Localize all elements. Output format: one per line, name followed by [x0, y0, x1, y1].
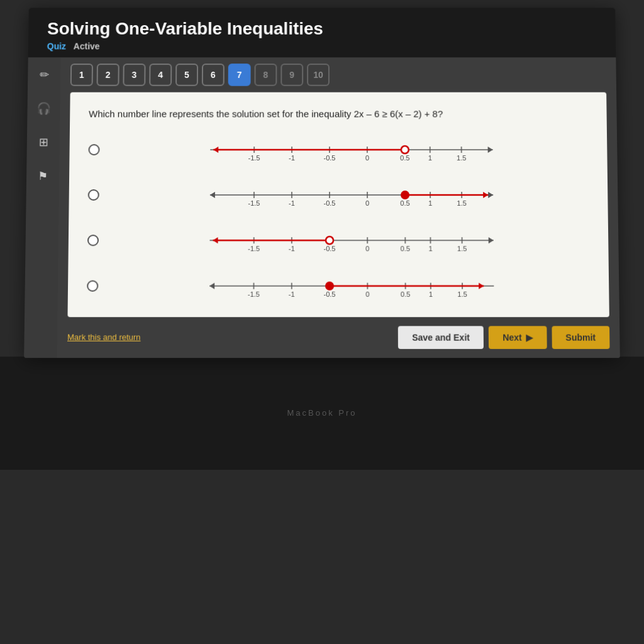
option-1-line: -1.5 -1 -0.5 0 0.5 1 [108, 134, 588, 165]
svg-text:0: 0 [365, 290, 369, 297]
header: Solving One-Variable Inequalities Quiz A… [28, 8, 616, 57]
status-label: Active [74, 42, 100, 52]
svg-text:1: 1 [428, 199, 432, 206]
svg-text:-0.5: -0.5 [324, 199, 336, 206]
tab-9[interactable]: 9 [280, 64, 303, 86]
next-button[interactable]: Next ▶ [489, 326, 547, 348]
svg-point-76 [326, 282, 333, 289]
svg-text:1.5: 1.5 [457, 154, 466, 162]
option-2-radio[interactable] [88, 189, 99, 200]
svg-text:1: 1 [429, 290, 433, 297]
tab-1[interactable]: 1 [70, 64, 93, 86]
svg-marker-56 [213, 237, 218, 243]
content-panel: 1 2 3 4 5 6 7 8 9 10 Which number line r… [57, 57, 620, 357]
svg-point-57 [326, 236, 333, 244]
options-container: -1.5 -1 -0.5 0 0.5 1 [87, 134, 590, 302]
option-4-row: -1.5 -1 -0.5 0 0.5 1 [87, 270, 590, 301]
option-3-row: -1.5 -1 -0.5 0 0.5 1 [87, 225, 590, 256]
svg-marker-17 [213, 147, 218, 153]
mark-return-button[interactable]: Mark this and return [67, 333, 141, 342]
option-1-row: -1.5 -1 -0.5 0 0.5 1 [88, 134, 588, 165]
option-1-radio[interactable] [88, 144, 99, 155]
option-2-row: -1.5 -1 -0.5 0 0.5 1 [87, 179, 589, 211]
svg-text:1.5: 1.5 [457, 199, 467, 206]
svg-text:0: 0 [365, 245, 369, 252]
svg-text:0.5: 0.5 [401, 290, 410, 297]
page-title: Solving One-Variable Inequalities [47, 19, 597, 39]
submit-button[interactable]: Submit [552, 326, 610, 348]
main-wrapper: ✏ 🎧 ⊞ ⚑ 1 2 3 4 5 6 7 8 9 10 Which numb [24, 57, 620, 357]
tab-10[interactable]: 10 [307, 64, 330, 86]
tab-5[interactable]: 5 [175, 64, 198, 86]
svg-text:1.5: 1.5 [457, 290, 467, 297]
option-3-radio[interactable] [87, 235, 99, 246]
flag-icon[interactable]: ⚑ [31, 165, 54, 187]
tab-2[interactable]: 2 [97, 64, 119, 86]
svg-text:-1.5: -1.5 [248, 199, 260, 206]
svg-marker-75 [479, 282, 484, 289]
keyboard-label: MacBook Pro [287, 408, 357, 418]
option-4-radio[interactable] [87, 280, 98, 291]
calculator-icon[interactable]: ⊞ [32, 131, 55, 153]
svg-text:-1: -1 [289, 154, 295, 162]
svg-text:0.5: 0.5 [401, 245, 410, 252]
svg-text:-1: -1 [289, 290, 295, 297]
svg-text:-1.5: -1.5 [248, 245, 260, 252]
svg-text:-0.5: -0.5 [324, 290, 336, 297]
option-4-line: -1.5 -1 -0.5 0 0.5 1 [107, 270, 590, 301]
bottom-buttons: Save and Exit Next ▶ Submit [398, 326, 610, 348]
tab-7[interactable]: 7 [228, 64, 251, 86]
svg-text:-1: -1 [289, 245, 295, 252]
sidebar: ✏ 🎧 ⊞ ⚑ [24, 57, 60, 357]
svg-text:-0.5: -0.5 [324, 154, 336, 162]
keyboard-area: MacBook Pro [0, 357, 644, 470]
svg-text:0: 0 [365, 199, 369, 206]
svg-text:1: 1 [428, 154, 432, 162]
option-2-line: -1.5 -1 -0.5 0 0.5 1 [108, 179, 589, 211]
tabs-bar: 1 2 3 4 5 6 7 8 9 10 [60, 57, 616, 92]
bottom-bar: Mark this and return Save and Exit Next … [57, 317, 620, 358]
question-text: Which number line represents the solutio… [89, 107, 588, 121]
svg-text:0.5: 0.5 [400, 154, 409, 162]
svg-marker-40 [489, 237, 494, 243]
svg-marker-21 [488, 191, 493, 197]
option-3-line: -1.5 -1 -0.5 0 0.5 1 [108, 225, 590, 256]
svg-text:0: 0 [365, 154, 369, 162]
svg-text:1: 1 [428, 245, 432, 252]
svg-text:0.5: 0.5 [400, 199, 409, 206]
svg-marker-37 [483, 191, 488, 197]
svg-marker-20 [210, 191, 215, 197]
svg-marker-59 [209, 282, 214, 289]
headphones-icon[interactable]: 🎧 [32, 97, 55, 120]
svg-marker-1 [488, 147, 493, 153]
pencil-icon[interactable]: ✏ [33, 64, 55, 86]
tab-6[interactable]: 6 [202, 64, 225, 86]
svg-text:-1.5: -1.5 [248, 290, 260, 297]
svg-point-38 [401, 191, 409, 198]
save-exit-button[interactable]: Save and Exit [398, 326, 484, 348]
tab-3[interactable]: 3 [123, 64, 145, 86]
svg-point-18 [401, 146, 409, 153]
quiz-label: Quiz [47, 42, 66, 52]
svg-text:-1: -1 [289, 199, 295, 206]
quiz-content: Which number line represents the solutio… [67, 92, 609, 317]
tab-8[interactable]: 8 [254, 64, 277, 86]
svg-text:-1.5: -1.5 [248, 154, 260, 162]
svg-text:1.5: 1.5 [457, 245, 467, 252]
svg-text:-0.5: -0.5 [324, 245, 336, 252]
tab-4[interactable]: 4 [149, 64, 172, 86]
